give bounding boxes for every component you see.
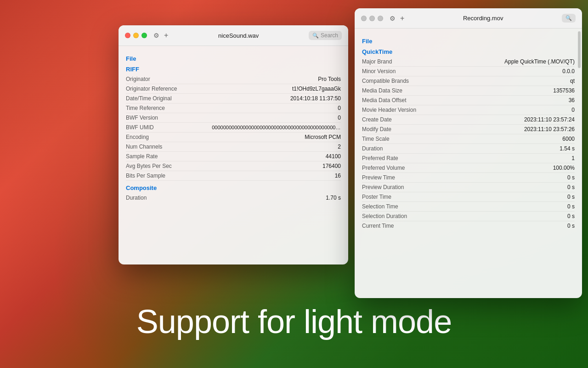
scrollbar-track[interactable]	[578, 31, 581, 297]
row-label: Date/Time Original	[126, 95, 172, 102]
table-row: Num Channels 2	[126, 142, 341, 152]
search-icon-1: 🔍	[312, 33, 319, 39]
row-label: Originator	[126, 76, 150, 82]
gear-icon-2[interactable]: ⚙	[390, 15, 396, 22]
row-value: 16	[335, 172, 341, 179]
table-row: BWF UMID 0000000000000000000000000000000…	[126, 123, 341, 132]
window-content-2: File QuickTime Major Brand Apple QuickTi…	[355, 29, 582, 238]
search-box-2[interactable]: 🔍	[562, 14, 576, 23]
row-label: Preview Time	[362, 174, 395, 181]
row-label: Selection Time	[362, 203, 398, 210]
table-row: Time Scale 6000	[362, 134, 575, 144]
table-row: Movie Header Version 0	[362, 105, 575, 115]
row-label: Originator Reference	[126, 86, 177, 92]
subsection-quicktime: QuickTime	[362, 48, 575, 55]
title-bar-2: ⚙ + Recording.mov 🔍	[355, 8, 582, 29]
table-row: Sample Rate 44100	[126, 152, 341, 161]
traffic-lights-2	[361, 16, 383, 21]
row-value: 2	[338, 144, 341, 150]
subsection-composite: Composite	[126, 184, 341, 191]
table-row: Originator Pro Tools	[126, 75, 341, 84]
row-label: Num Channels	[126, 144, 162, 150]
row-label: Poster Time	[362, 194, 391, 200]
row-value: 36	[569, 97, 575, 104]
maximize-button-2[interactable]	[378, 16, 383, 21]
table-row: Encoding Microsoft PCM	[126, 132, 341, 142]
table-row: Selection Time 0 s	[362, 202, 575, 212]
row-value: 0.0.0	[562, 68, 575, 75]
table-row: Poster Time 0 s	[362, 192, 575, 202]
row-value: 1	[571, 155, 575, 161]
row-value: 0000000000000000000000000000000000000000…	[212, 125, 341, 130]
table-row: Selection Duration 0 s	[362, 212, 575, 221]
row-value: 1.54 s	[560, 145, 575, 152]
bottom-text: Support for light mode	[0, 303, 588, 340]
row-value: t1!OHd9zL7gaaaGk	[292, 86, 341, 92]
table-row: Avg Bytes Per Sec 176400	[126, 161, 341, 171]
row-label: Encoding	[126, 134, 149, 140]
table-row: Preferred Rate 1	[362, 154, 575, 163]
row-label: Preferred Rate	[362, 155, 398, 161]
table-row: Date/Time Original 2014:10:18 11:37:50	[126, 94, 341, 104]
row-value: 1.70 s	[326, 195, 341, 201]
row-label: Minor Version	[362, 68, 396, 75]
close-button-1[interactable]	[125, 33, 130, 38]
row-label: Modify Date	[362, 126, 391, 132]
row-label: Sample Rate	[126, 153, 158, 160]
close-button-2[interactable]	[361, 16, 367, 21]
title-bar-1: ⚙ + niceSound.wav 🔍 Search	[119, 25, 348, 46]
plus-icon[interactable]: +	[164, 31, 168, 40]
search-box-1[interactable]: 🔍 Search	[309, 31, 342, 40]
table-row: Originator Reference t1!OHd9zL7gaaaGk	[126, 84, 341, 94]
table-row: Preferred Volume 100.00%	[362, 163, 575, 173]
row-value: qt	[570, 78, 575, 84]
table-row: Duration 1.70 s	[126, 193, 341, 202]
row-label: Create Date	[362, 116, 392, 123]
table-row: BWF Version 0	[126, 113, 341, 123]
row-value: 2023:11:10 23:57:24	[524, 116, 575, 123]
traffic-lights-1	[125, 33, 147, 38]
table-row: Minor Version 0.0.0	[362, 67, 575, 76]
minimize-button-2[interactable]	[369, 16, 375, 21]
scrollbar-thumb[interactable]	[578, 31, 581, 68]
row-value: 2014:10:18 11:37:50	[290, 95, 341, 102]
plus-icon-2[interactable]: +	[400, 14, 404, 23]
row-label: Major Brand	[362, 58, 392, 65]
row-label: Compatible Brands	[362, 78, 409, 84]
row-value: Apple QuickTime (.MOV/QT)	[504, 58, 575, 65]
minimize-button-1[interactable]	[133, 33, 139, 38]
row-value: 0 s	[567, 174, 575, 181]
gear-icon[interactable]: ⚙	[153, 32, 159, 39]
row-label: Preferred Volume	[362, 165, 405, 171]
row-value: Microsoft PCM	[305, 134, 341, 140]
row-label: Media Data Offset	[362, 97, 407, 104]
row-value: 0	[571, 107, 575, 113]
table-row: Create Date 2023:11:10 23:57:24	[362, 115, 575, 125]
table-row: Major Brand Apple QuickTime (.MOV/QT)	[362, 57, 575, 67]
search-icon-2: 🔍	[565, 15, 572, 21]
row-label: Selection Duration	[362, 213, 407, 219]
row-value: 44100	[326, 153, 341, 160]
row-value: 176400	[322, 163, 341, 169]
table-row: Duration 1.54 s	[362, 144, 575, 154]
row-label: Time Scale	[362, 136, 390, 142]
table-row: Current Time 0 s	[362, 221, 575, 230]
row-label: Avg Bytes Per Sec	[126, 163, 172, 169]
window-nicesound: ⚙ + niceSound.wav 🔍 Search File RIFF Ori…	[119, 25, 348, 264]
row-value: Pro Tools	[318, 76, 341, 82]
row-label: Duration	[362, 145, 383, 152]
row-value: 0 s	[567, 203, 575, 210]
subsection-riff: RIFF	[126, 66, 341, 73]
row-value: 2023:11:10 23:57:26	[524, 126, 575, 132]
row-label: Bits Per Sample	[126, 172, 165, 179]
maximize-button-1[interactable]	[141, 33, 147, 38]
row-label: Current Time	[362, 223, 394, 229]
row-label: Time Reference	[126, 105, 165, 111]
search-placeholder-1: Search	[321, 32, 338, 39]
row-label: BWF UMID	[126, 124, 154, 131]
window-title-2: Recording.mov	[408, 15, 558, 22]
row-label: Duration	[126, 195, 147, 201]
section-file-1: File	[126, 55, 341, 62]
table-row: Bits Per Sample 16	[126, 171, 341, 181]
row-value: 0	[338, 115, 341, 121]
